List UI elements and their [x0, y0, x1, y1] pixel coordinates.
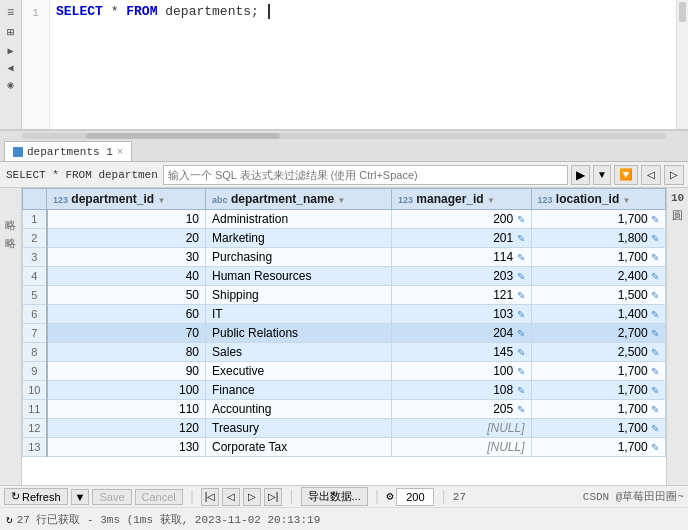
col-type-icon-4: 123 — [538, 195, 553, 205]
col-header-dept-name[interactable]: abc department_name ▼ — [206, 189, 392, 210]
cancel-btn[interactable]: Cancel — [135, 489, 183, 505]
table-row[interactable]: 220Marketing201 ✎1,800 ✎ — [23, 229, 666, 248]
execute-dropdown-btn[interactable]: ▼ — [593, 165, 611, 185]
table-row[interactable]: 550Shipping121 ✎1,500 ✎ — [23, 286, 666, 305]
h-scrollbar[interactable] — [0, 130, 688, 140]
table-row[interactable]: 880Sales145 ✎2,500 ✎ — [23, 343, 666, 362]
cell-loc-id: 1,700 ✎ — [531, 438, 666, 457]
execute-btn[interactable]: ▶ — [571, 165, 590, 185]
cell-mgr-id: 100 ✎ — [391, 362, 531, 381]
nav-btn-last[interactable]: ▷| — [264, 488, 282, 506]
filter-btn[interactable]: 🔽 — [614, 165, 638, 185]
right-sidebar-icon[interactable]: 圆 — [672, 208, 683, 223]
config-icon[interactable]: ⚙ — [386, 489, 393, 504]
cell-loc-id: 1,700 ✎ — [531, 248, 666, 267]
sidebar-icon-3[interactable]: ▶ — [7, 45, 13, 57]
sql-star: * — [111, 4, 127, 19]
row-number: 5 — [23, 286, 47, 305]
cell-dept-name: Treasury — [206, 419, 392, 438]
row-number: 6 — [23, 305, 47, 324]
sidebar-icon-4[interactable]: ◀ — [7, 62, 13, 74]
nav-btn-prev[interactable]: ◁ — [222, 488, 240, 506]
cell-dept-name: Corporate Tax — [206, 438, 392, 457]
cell-dept-name: Accounting — [206, 400, 392, 419]
table-row[interactable]: 660IT103 ✎1,400 ✎ — [23, 305, 666, 324]
tab-close-btn[interactable]: × — [117, 146, 124, 158]
cell-dept-id: 100 — [47, 381, 206, 400]
cell-dept-id: 120 — [47, 419, 206, 438]
toolbar-nav-2[interactable]: ▷ — [664, 165, 684, 185]
save-btn[interactable]: Save — [92, 489, 131, 505]
page-size-input[interactable] — [396, 488, 434, 506]
table-row[interactable]: 12120Treasury[NULL]1,700 ✎ — [23, 419, 666, 438]
cell-dept-name: Sales — [206, 343, 392, 362]
col-sort-icon-2: ▼ — [338, 196, 346, 205]
cell-dept-id: 90 — [47, 362, 206, 381]
row-number: 11 — [23, 400, 47, 419]
row-number: 7 — [23, 324, 47, 343]
cell-dept-name: Marketing — [206, 229, 392, 248]
col-type-icon-1: 123 — [53, 195, 68, 205]
cell-loc-id: 1,400 ✎ — [531, 305, 666, 324]
cell-loc-id: 1,700 ✎ — [531, 381, 666, 400]
cell-mgr-id: [NULL] — [391, 438, 531, 457]
table-row[interactable]: 990Executive100 ✎1,700 ✎ — [23, 362, 666, 381]
data-table-container[interactable]: 123 department_id ▼ abc department_name … — [22, 188, 666, 485]
cursor — [268, 4, 278, 19]
tab-label: departments 1 — [27, 146, 113, 158]
table-row[interactable]: 10100Finance108 ✎1,700 ✎ — [23, 381, 666, 400]
cell-mgr-id: 200 ✎ — [391, 210, 531, 229]
data-table: 123 department_id ▼ abc department_name … — [22, 188, 666, 457]
refresh-btn[interactable]: ↻ Refresh — [4, 488, 68, 505]
row-number: 10 — [23, 381, 47, 400]
sql-keyword-from: FROM — [126, 4, 157, 19]
refresh-icon: ↻ — [11, 490, 20, 503]
table-row[interactable]: 330Purchasing114 ✎1,700 ✎ — [23, 248, 666, 267]
sidebar-icon-2[interactable]: ⊞ — [7, 25, 14, 40]
cell-dept-id: 130 — [47, 438, 206, 457]
nav-btn-first[interactable]: |◁ — [201, 488, 219, 506]
sidebar-icon-5[interactable]: ◉ — [7, 79, 13, 91]
cell-dept-id: 40 — [47, 267, 206, 286]
toolbar: SELECT * FROM departmen ▶ ▼ 🔽 ◁ ▷ — [0, 162, 688, 188]
right-status-area: CSDN @草莓田田圈~ — [583, 489, 684, 504]
table-row[interactable]: 440Human Resources203 ✎2,400 ✎ — [23, 267, 666, 286]
cell-dept-name: Administration — [206, 210, 392, 229]
tab-table-icon — [13, 147, 23, 157]
nav-btn-next[interactable]: ▷ — [243, 488, 261, 506]
col-header-dept-id[interactable]: 123 department_id ▼ — [47, 189, 206, 210]
cell-loc-id: 1,700 ✎ — [531, 362, 666, 381]
csdn-label: CSDN @草莓田田圈~ — [583, 489, 684, 504]
cancel-label: Cancel — [142, 491, 176, 503]
row-number: 9 — [23, 362, 47, 381]
refresh-dropdown-btn[interactable]: ▼ — [71, 489, 90, 505]
toolbar-sql-label: SELECT * FROM departmen — [4, 169, 160, 181]
table-row[interactable]: 110Administration200 ✎1,700 ✎ — [23, 210, 666, 229]
filter-input[interactable] — [163, 165, 568, 185]
col-header-mgr-id[interactable]: 123 manager_id ▼ — [391, 189, 531, 210]
table-row[interactable]: 13130Corporate Tax[NULL]1,700 ✎ — [23, 438, 666, 457]
cell-loc-id: 1,800 ✎ — [531, 229, 666, 248]
cell-loc-id: 2,400 ✎ — [531, 267, 666, 286]
editor-scrollbar[interactable] — [676, 0, 688, 129]
status-refresh-icon: ↻ — [6, 513, 13, 526]
col-header-loc-id[interactable]: 123 location_id ▼ — [531, 189, 666, 210]
separator-3: | — [371, 489, 383, 505]
editor-left-sidebar: ≡ ⊞ ▶ ◀ ◉ — [0, 0, 22, 129]
table-row[interactable]: 11110Accounting205 ✎1,700 ✎ — [23, 400, 666, 419]
sidebar-icon-1[interactable]: ≡ — [7, 6, 14, 20]
table-row[interactable]: 770Public Relations204 ✎2,700 ✎ — [23, 324, 666, 343]
cell-loc-id: 1,700 ✎ — [531, 419, 666, 438]
cell-mgr-id: 204 ✎ — [391, 324, 531, 343]
sql-editor[interactable]: SELECT * FROM departments; — [50, 0, 676, 129]
results-area: 略 略 123 department_id ▼ abc department_n… — [0, 188, 688, 485]
results-left-margin: 略 略 — [0, 188, 22, 485]
export-btn[interactable]: 导出数据... — [301, 487, 368, 506]
cell-dept-id: 110 — [47, 400, 206, 419]
toolbar-nav-1[interactable]: ◁ — [641, 165, 661, 185]
save-label: Save — [99, 491, 124, 503]
left-margin-icon-2[interactable]: 略 — [5, 236, 16, 251]
cell-dept-name: Executive — [206, 362, 392, 381]
tab-departments[interactable]: departments 1 × — [4, 141, 132, 161]
left-margin-icon-1[interactable]: 略 — [5, 218, 16, 233]
